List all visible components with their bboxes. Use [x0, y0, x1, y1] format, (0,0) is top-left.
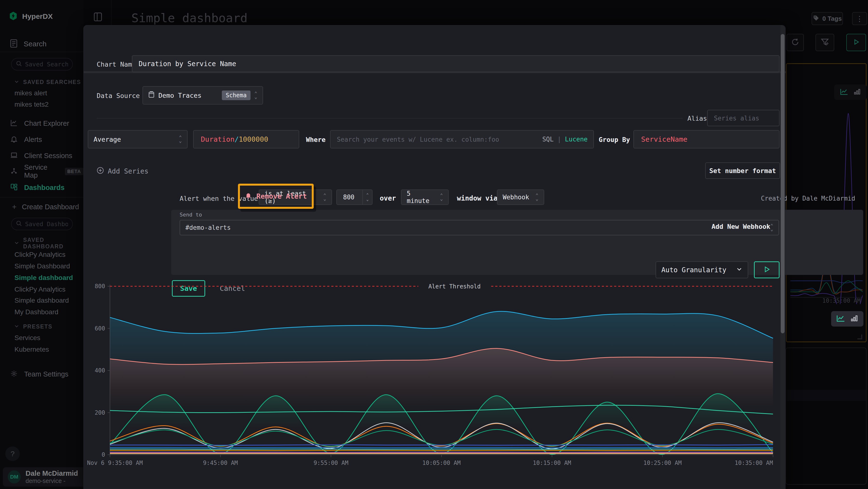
svg-text:10:25:00 AM: 10:25:00 AM [643, 460, 682, 466]
alert-window-select[interactable]: 5 minute ⌃⌃ [401, 190, 449, 205]
add-new-webhook-button[interactable]: Add New Webhook [712, 223, 770, 230]
expr-value: 1000000 [239, 135, 268, 143]
select-chevrons-icon: ⌃⌃ [323, 193, 326, 201]
svg-text:10:05:00 AM: 10:05:00 AM [423, 460, 461, 466]
modal-scrollbar[interactable] [780, 25, 785, 489]
select-chevrons-icon: ⌃⌃ [770, 224, 773, 231]
app-root: HyperDX Search SAVED SEARCHES mikes aler… [0, 0, 868, 489]
lucene-option[interactable]: Lucene [565, 136, 588, 143]
chevron-down-icon [736, 266, 742, 274]
svg-text:600: 600 [95, 325, 105, 332]
add-series-button[interactable]: Add Series [97, 167, 149, 176]
bell-icon [245, 192, 252, 201]
svg-text:Nov 6 9:35:00 AM: Nov 6 9:35:00 AM [87, 460, 143, 466]
svg-text:10:35:00 AM: 10:35:00 AM [735, 460, 773, 466]
select-chevrons-icon: ⌃⌃ [254, 91, 257, 99]
group-by-label: Group By [599, 136, 630, 143]
send-to-label: Send to [180, 212, 202, 218]
select-chevrons-icon: ⌃⌃ [535, 193, 538, 201]
line-chart-icon [836, 315, 845, 323]
play-icon [763, 266, 770, 274]
set-number-format-button[interactable]: Set number format [705, 163, 780, 179]
remove-alert-highlight: Remove Alert [238, 184, 314, 209]
where-label: Where [306, 136, 326, 143]
alert-threshold-input[interactable]: ⌃⌃ [336, 190, 373, 205]
bar-chart-icon [850, 315, 858, 323]
alert-via-label: window via [457, 194, 498, 202]
group-by-input[interactable]: ServiceName [633, 130, 779, 148]
select-chevrons-icon: ⌃⌃ [179, 136, 182, 143]
alert-channel-select[interactable]: Webhook ⌃⌃ [497, 190, 544, 205]
svg-text:200: 200 [95, 409, 105, 416]
scrollbar-thumb[interactable] [781, 34, 784, 333]
where-input[interactable]: SQL | Lucene [330, 130, 594, 148]
edit-chart-modal: Line/Bar Table 123 Number Search Markdow… [84, 25, 785, 489]
chart-name-input[interactable] [132, 55, 779, 72]
svg-text:400: 400 [95, 367, 105, 374]
alert-over-label: over [380, 194, 396, 202]
alias-input[interactable] [707, 110, 779, 126]
series-divider [97, 118, 683, 118]
chart-type-toggle[interactable] [831, 311, 863, 326]
aggregation-select[interactable]: Average ⌃⌃ [88, 130, 188, 148]
svg-text:9:45:00 AM: 9:45:00 AM [203, 460, 238, 466]
data-source-label: Data Source [97, 92, 140, 99]
expr-op: / [235, 135, 239, 143]
svg-text:800: 800 [95, 283, 105, 290]
preview-chart: 0200400600800Nov 6 9:35:00 AM9:45:00 AM9… [84, 276, 786, 489]
remove-alert-button[interactable]: Remove Alert [256, 192, 307, 200]
schema-badge: Schema [222, 90, 250, 100]
query-language-switch[interactable]: SQL | Lucene [542, 136, 593, 143]
created-by-label: Created by Dale McDiarmid [662, 195, 855, 202]
plus-circle-icon [97, 167, 104, 176]
number-stepper[interactable]: ⌃⌃ [362, 190, 372, 204]
svg-text:10:15:00 AM: 10:15:00 AM [533, 460, 571, 466]
select-chevrons-icon: ⌃⌃ [440, 193, 443, 201]
expr-field: Duration [201, 135, 235, 143]
svg-text:9:55:00 AM: 9:55:00 AM [313, 460, 348, 466]
svg-text:Alert Threshold: Alert Threshold [429, 283, 481, 290]
database-icon [148, 91, 155, 100]
data-source-value: Demo Traces [158, 92, 218, 99]
field-expression-input[interactable]: Duration/1000000 [193, 130, 299, 148]
alias-label: Alias [687, 115, 707, 122]
chart-name-label: Chart Name [97, 61, 136, 68]
svg-text:0: 0 [102, 451, 105, 458]
send-to-select[interactable]: #demo-alerts ⌃⌃ [180, 220, 779, 235]
data-source-select[interactable]: Demo Traces Schema ⌃⌃ [143, 86, 263, 105]
